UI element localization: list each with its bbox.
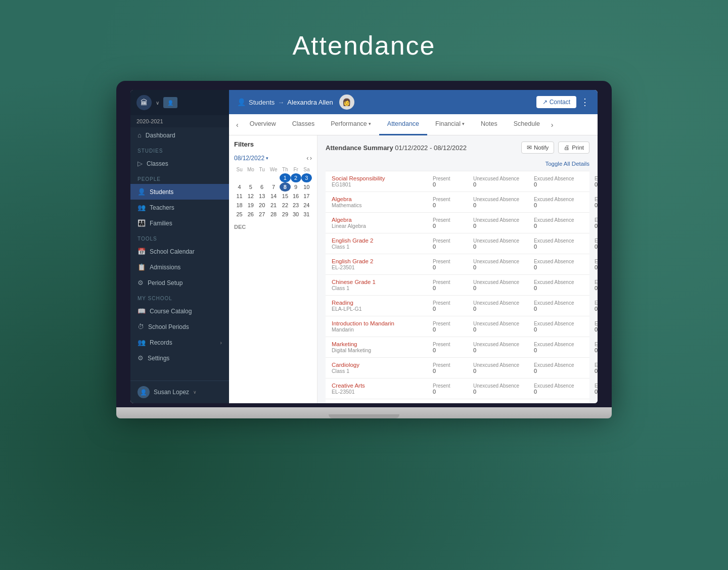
performance-dropdown-icon: ▾ (369, 121, 371, 126)
notify-button[interactable]: ✉ Notify (521, 141, 554, 154)
course-name-link[interactable]: Algebra (332, 196, 433, 202)
cal-day[interactable]: 6 (257, 182, 267, 192)
cal-day[interactable]: 27 (257, 210, 267, 219)
cal-day[interactable]: 5 (245, 182, 256, 192)
cal-day[interactable]: 12 (245, 192, 256, 201)
tab-prev-button[interactable]: ‹ (233, 121, 242, 129)
tab-schedule[interactable]: Schedule (506, 114, 548, 135)
cal-day[interactable]: 3 (301, 173, 312, 182)
print-button[interactable]: 🖨 Print (558, 141, 589, 154)
course-name-link[interactable]: Chinese Grade 1 (332, 279, 433, 285)
more-options-button[interactable]: ⋮ (580, 97, 589, 108)
user-badge[interactable]: 👤 (163, 97, 177, 108)
present-cell: Present 0 (433, 300, 473, 312)
tab-classes[interactable]: Classes (284, 114, 323, 135)
sidebar-item-admissions[interactable]: 📋 Admissions (130, 259, 229, 275)
contact-button[interactable]: ↗ Contact (536, 96, 576, 108)
cal-day[interactable]: 7 (267, 182, 280, 192)
cal-day[interactable]: 26 (245, 210, 256, 219)
screen-bezel: 🏛 ∨ 👤 2020-2021 ⌂ Dashboard Studies ▷ Cl… (116, 81, 612, 407)
school-logo-icon[interactable]: 🏛 (136, 95, 152, 110)
cal-day[interactable]: 1 (280, 173, 290, 182)
sidebar-item-course-catalog[interactable]: 📖 Course Catalog (130, 303, 229, 319)
cal-day[interactable]: 19 (245, 201, 256, 210)
sidebar-section-studies: Studies (130, 143, 229, 156)
course-name-link[interactable]: Creative Arts (332, 383, 433, 389)
top-bar-actions: ↗ Contact ⋮ (536, 96, 589, 108)
expulsion-value: 0 (595, 326, 598, 332)
cal-day[interactable]: 18 (234, 201, 245, 210)
course-name-link[interactable]: English Grade 2 (332, 238, 433, 244)
course-name-link[interactable]: Algebra (332, 217, 433, 223)
sidebar-item-settings[interactable]: ⚙ Settings (130, 350, 229, 366)
expulsion-value: 0 (595, 389, 598, 395)
sidebar-item-families[interactable]: 👨‍👩‍👧 Families (130, 215, 229, 231)
tab-financial[interactable]: Financial ▾ (427, 114, 473, 135)
course-name-link[interactable]: English Grade 2 (332, 258, 433, 264)
course-name-link[interactable]: Cardiology (332, 362, 433, 368)
toggle-all-link[interactable]: Toggle All Details (545, 161, 589, 167)
expulsion-label: Expulsion (595, 197, 598, 202)
course-subtitle: EL-23501 (332, 264, 433, 270)
cal-day[interactable]: 23 (291, 201, 301, 210)
tab-next-button[interactable]: › (548, 121, 557, 129)
course-name-link[interactable]: Social Responsibility (332, 175, 433, 181)
present-value: 0 (433, 202, 473, 208)
tab-attendance-label: Attendance (387, 120, 419, 127)
sidebar-item-school-periods[interactable]: ⏱ School Periods (130, 319, 229, 335)
cal-day[interactable]: 20 (257, 201, 267, 210)
sidebar-item-teachers[interactable]: 👥 Teachers (130, 200, 229, 215)
course-name-link[interactable]: Marketing (332, 341, 433, 347)
tab-performance[interactable]: Performance ▾ (323, 114, 379, 135)
school-logo-chevron[interactable]: ∨ (156, 100, 159, 106)
cal-day[interactable]: 28 (267, 210, 280, 219)
cal-day[interactable]: 25 (234, 210, 245, 219)
unexcused-value: 0 (473, 285, 534, 291)
cal-day[interactable]: 24 (301, 201, 312, 210)
sidebar-item-records[interactable]: 👥 Records › (130, 335, 229, 350)
cal-day[interactable]: 2 (291, 173, 301, 182)
tab-overview-label: Overview (250, 120, 276, 127)
calendar-prev-button[interactable]: ‹ (306, 154, 308, 162)
expulsion-cell: Expulsion 0 (595, 238, 598, 250)
table-row: Algebra Mathematics Present 0 Unexcused … (326, 192, 589, 213)
sidebar-item-label: Course Catalog (150, 308, 192, 315)
sidebar-item-dashboard[interactable]: ⌂ Dashboard (130, 127, 229, 143)
present-label: Present (433, 383, 473, 389)
calendar-month-button[interactable]: 08/12/2022 ▾ (234, 155, 268, 162)
admissions-icon: 📋 (138, 263, 146, 271)
cal-day[interactable]: 30 (291, 210, 301, 219)
cal-day[interactable]: 11 (234, 192, 245, 201)
tab-attendance[interactable]: Attendance (379, 114, 427, 135)
cal-day[interactable]: 9 (291, 182, 301, 192)
cal-day[interactable]: 13 (257, 192, 267, 201)
cal-day[interactable]: 22 (280, 201, 290, 210)
course-name-link[interactable]: Reading (332, 300, 433, 306)
breadcrumb-students[interactable]: Students (249, 99, 275, 106)
tab-overview[interactable]: Overview (242, 114, 284, 135)
cal-day[interactable]: 10 (301, 182, 312, 192)
cal-day[interactable]: 14 (267, 192, 280, 201)
calendar-next-button[interactable]: › (310, 154, 312, 162)
sidebar-user[interactable]: 👤 Susan Lopez ∨ (130, 381, 229, 403)
cal-day[interactable]: 17 (301, 192, 312, 201)
sidebar-item-school-calendar[interactable]: 📅 School Calendar (130, 244, 229, 259)
cal-day[interactable]: 31 (301, 210, 312, 219)
tab-notes[interactable]: Notes (473, 114, 506, 135)
cal-day[interactable]: 4 (234, 182, 245, 192)
cal-day-today[interactable]: 8 (280, 182, 290, 192)
financial-dropdown-icon: ▾ (462, 121, 465, 126)
sidebar-item-classes[interactable]: ▷ Classes (130, 156, 229, 171)
cal-day[interactable]: 15 (280, 192, 290, 201)
expulsion-label: Expulsion (595, 176, 598, 181)
sidebar-item-students[interactable]: 👤 Students (130, 184, 229, 200)
table-row: Algebra Linear Algebra Present 0 Unexcus… (326, 213, 589, 233)
course-name-link[interactable]: Introduction to Mandarin (332, 320, 433, 326)
laptop-base (116, 407, 612, 418)
cal-day[interactable]: 21 (267, 201, 280, 210)
cal-day[interactable]: 16 (291, 192, 301, 201)
present-value: 0 (433, 368, 473, 374)
cal-day[interactable]: 29 (280, 210, 290, 219)
sidebar-item-period-setup[interactable]: ⚙ Period Setup (130, 275, 229, 291)
course-subtitle: ELA-LPL-G1 (332, 306, 433, 312)
